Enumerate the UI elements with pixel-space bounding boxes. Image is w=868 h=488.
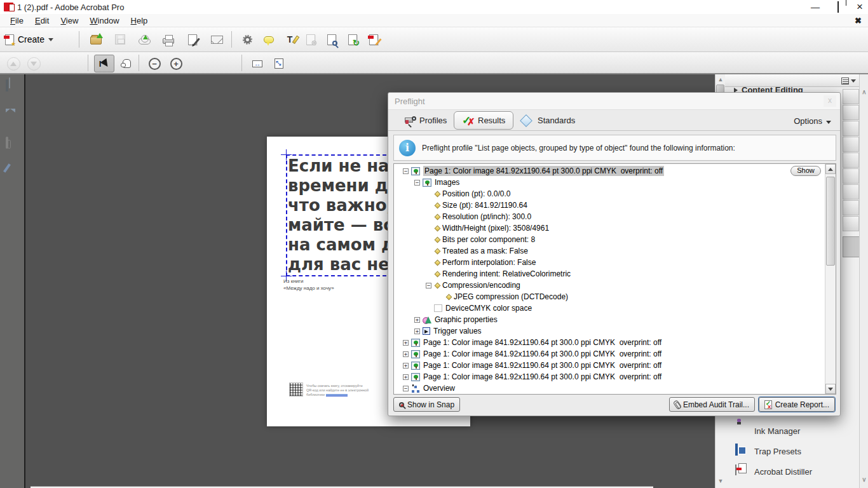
tree-row-label: DeviceCMYK color space: [445, 304, 532, 313]
tree-row[interactable]: DeviceCMYK color space: [394, 302, 825, 314]
fit-page-button[interactable]: ⤡: [269, 55, 288, 72]
scroll-down-icon[interactable]: [825, 384, 836, 394]
select-tool-button[interactable]: I: [94, 55, 114, 72]
tree-row[interactable]: Position (pt): 0.0/0.0: [394, 188, 825, 200]
create-report-button[interactable]: Create Report...: [759, 397, 835, 412]
tree-row[interactable]: Size (pt): 841.92/1190.64: [394, 200, 825, 211]
tree-row[interactable]: +Page 1: Color image 841.92x1190.64 pt 3…: [394, 348, 825, 360]
signatures-icon[interactable]: [6, 166, 18, 179]
zoom-out-button[interactable]: −: [145, 55, 164, 72]
expand-box-icon[interactable]: +: [414, 317, 420, 323]
scrolling-mode-button[interactable]: ↔: [248, 55, 267, 72]
upload-button[interactable]: [135, 30, 154, 48]
dialog-title-bar[interactable]: Preflight x: [388, 93, 840, 110]
panel-item-trap-presets[interactable]: Trap Presets: [725, 441, 858, 461]
menu-help[interactable]: Help: [126, 15, 153, 27]
tree-row[interactable]: JPEG compression (DCTDecode): [394, 291, 825, 302]
highlight-button[interactable]: T: [280, 30, 299, 48]
expand-box-icon[interactable]: +: [403, 351, 409, 357]
create-button[interactable]: ★ Create: [5, 30, 60, 48]
edit-pdf-button[interactable]: [364, 30, 383, 48]
delete-pages-icon: ⊗: [306, 34, 315, 45]
tree-row[interactable]: −Page 1: Color image 841.92x1190.64 pt 3…: [394, 165, 825, 177]
list-icon: [841, 78, 849, 85]
menu-edit[interactable]: Edit: [30, 15, 54, 27]
tree-row[interactable]: +Page 1: Color image 841.92x1190.64 pt 3…: [394, 360, 825, 371]
menu-file[interactable]: File: [5, 15, 29, 27]
tree-row[interactable]: Perform interpolation: False: [394, 257, 825, 268]
show-button[interactable]: Show: [790, 166, 821, 176]
panel-item-ink-manager[interactable]: Ink Manager: [725, 421, 858, 441]
tree-row[interactable]: −Overview: [394, 383, 825, 394]
panel-scrollbar[interactable]: ∧ ∨: [859, 74, 868, 488]
expand-box-icon[interactable]: +: [414, 329, 420, 334]
show-in-snap-button[interactable]: Show in Snap: [393, 397, 460, 412]
diamond-icon: [435, 225, 441, 231]
tree-row[interactable]: Rendering intent: RelativeColorimetric: [394, 268, 825, 280]
image-icon: [411, 362, 420, 370]
tree-row[interactable]: Width/Height (pixel): 3508/4961: [394, 222, 825, 234]
tree-row-label: Page 1: Color image 841.92x1190.64 pt 30…: [423, 372, 661, 381]
menu-view[interactable]: View: [55, 15, 83, 27]
preferences-button[interactable]: [238, 30, 257, 48]
scroll-up-icon[interactable]: [825, 164, 836, 174]
previous-page-button[interactable]: [4, 55, 23, 72]
scroll-down-icon[interactable]: ∨: [860, 476, 868, 483]
tree-row[interactable]: +Page 1: Color image 841.92x1190.64 pt 3…: [394, 371, 825, 383]
panel-scroll-thumb[interactable]: [843, 236, 860, 257]
close-document-icon[interactable]: ✖: [855, 16, 862, 25]
tree-row[interactable]: +Trigger values: [394, 325, 825, 337]
dialog-close-button[interactable]: x: [824, 95, 836, 107]
scrollbar-thumb[interactable]: [826, 177, 835, 266]
tree-scrollbar[interactable]: [825, 164, 836, 394]
tab-results[interactable]: ✓✗ Results: [454, 111, 513, 130]
tree-row[interactable]: Resolution (pt/inch): 300.0: [394, 211, 825, 222]
scroll-up-icon[interactable]: ∧: [860, 88, 868, 95]
embed-audit-trail-button[interactable]: Embed Audit Trail...: [669, 397, 755, 412]
delete-pages-button[interactable]: ⊗: [301, 30, 320, 48]
preflight-results-panel: −Page 1: Color image 841.92x1190.64 pt 3…: [393, 163, 836, 395]
close-button[interactable]: ×: [857, 0, 863, 14]
bookmarks-icon[interactable]: [6, 109, 18, 121]
export-button[interactable]: ↻: [343, 30, 362, 48]
scroll-down-icon[interactable]: ▼: [715, 476, 726, 486]
scroll-up-icon[interactable]: ▲: [715, 74, 726, 85]
page-thumbnails-icon[interactable]: [6, 81, 18, 93]
hand-tool-button[interactable]: [117, 55, 136, 72]
collapse-box-icon[interactable]: −: [414, 180, 420, 186]
open-button[interactable]: [86, 30, 105, 48]
fill-sign-button[interactable]: [183, 30, 202, 48]
expand-box-icon[interactable]: +: [403, 340, 409, 346]
collapse-box-icon[interactable]: −: [426, 283, 431, 288]
restore-icon: [837, 1, 839, 13]
tree-row[interactable]: −Images: [394, 177, 825, 188]
find-button[interactable]: [322, 30, 341, 48]
comment-button[interactable]: [259, 30, 278, 48]
tree-row[interactable]: +Graphic properties: [394, 314, 825, 325]
main-toolbar: ★ Create T ⊗ ↻ Customize: [0, 27, 868, 52]
tab-profiles[interactable]: Profiles: [397, 111, 454, 130]
tree-row[interactable]: Bits per color component: 8: [394, 234, 825, 245]
tree-row[interactable]: Treated as a mask: False: [394, 245, 825, 257]
next-page-button[interactable]: [24, 55, 43, 72]
attachments-icon[interactable]: [6, 138, 18, 151]
tree-row[interactable]: +Page 1: Color image 841.92x1190.64 pt 3…: [394, 337, 825, 348]
restore-button[interactable]: [837, 0, 839, 14]
tree-row[interactable]: −Compression/encoding: [394, 280, 825, 291]
tree-row-label: Graphic properties: [435, 315, 498, 324]
panel-options-button[interactable]: [841, 76, 858, 85]
zoom-in-button[interactable]: +: [166, 55, 186, 72]
collapse-box-icon[interactable]: −: [403, 386, 409, 391]
panel-item-acrobat-distiller[interactable]: Acrobat Distiller: [725, 461, 858, 482]
save-button[interactable]: [111, 30, 130, 48]
open-folder-icon: [90, 36, 102, 44]
print-button[interactable]: [159, 30, 178, 48]
menu-window[interactable]: Window: [85, 15, 124, 27]
expand-box-icon[interactable]: +: [403, 374, 409, 380]
tab-standards[interactable]: Standards: [513, 111, 583, 130]
expand-box-icon[interactable]: +: [403, 363, 409, 369]
collapse-box-icon[interactable]: −: [403, 168, 409, 174]
email-button[interactable]: [207, 30, 226, 48]
options-dropdown[interactable]: Options: [794, 116, 831, 126]
minimize-button[interactable]: —: [811, 0, 820, 14]
